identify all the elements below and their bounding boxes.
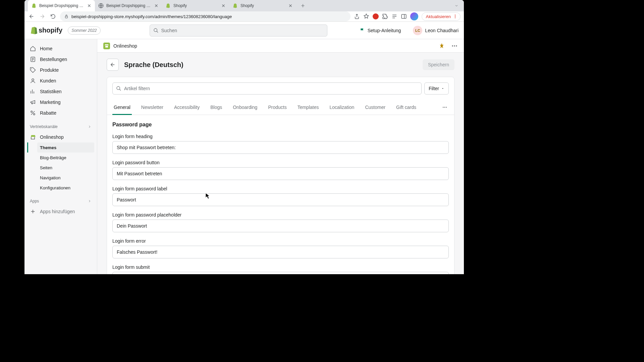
close-icon[interactable] [87,3,92,8]
tab-title: Shopify [240,3,285,8]
close-icon[interactable] [154,3,159,8]
tab-templates[interactable]: Templates [296,100,320,115]
subnav-blog[interactable]: Blog-Beiträge [37,153,94,163]
nav-discounts[interactable]: Rabatte [27,108,94,118]
browser-forward-button[interactable] [39,13,46,20]
shopify-favicon-icon [232,3,238,8]
nav-add-apps[interactable]: Apps hinzufügen [27,206,94,217]
url-bar[interactable]: beispiel-dropshipping-store.myshopify.co… [60,11,351,21]
tab-customer[interactable]: Customer [364,100,387,115]
subnav-preferences[interactable]: Konfigurationen [37,183,94,193]
setup-guide-link[interactable]: Setup-Anleitung [360,28,401,33]
tab-blogs[interactable]: Blogs [209,100,223,115]
browser-tab[interactable]: Beispiel Dropshipping Store · S [28,0,95,11]
tab-accessibility[interactable]: Accessibility [173,100,201,115]
browser-back-button[interactable] [28,13,35,20]
channels-section-header: Vertriebskanäle [27,122,94,132]
tab-gift-cards[interactable]: Gift cards [395,100,418,115]
extensions-puzzle-icon[interactable] [382,13,388,19]
svg-point-19 [446,107,447,108]
nav-products[interactable]: Produkte [27,65,94,75]
reading-list-icon[interactable] [391,13,397,19]
svg-point-4 [455,16,455,17]
bookmark-star-icon[interactable] [363,13,369,19]
svg-point-3 [455,15,455,15]
svg-point-5 [455,17,455,18]
shopify-logo[interactable]: shopify [30,26,62,35]
store-icon [103,43,110,49]
chevron-right-icon[interactable] [88,125,92,129]
tab-newsletter[interactable]: Newsletter [140,100,165,115]
url-text: beispiel-dropshipping-store.myshopify.co… [71,14,232,19]
tabs-more-button[interactable] [441,103,449,111]
login-form-error-input[interactable] [112,246,449,258]
share-icon[interactable] [354,13,360,19]
svg-point-17 [443,107,444,108]
pin-icon[interactable] [438,43,445,49]
app-header: shopify Sommer 2022 Suchen Setup-Anleitu… [24,22,464,39]
login-password-placeholder-input[interactable] [112,220,449,232]
more-horizontal-icon[interactable] [451,43,458,49]
filter-input[interactable]: Artikel filtern [112,82,422,95]
tab-onboarding[interactable]: Onboarding [231,100,259,115]
page-title: Sprache (Deutsch) [124,61,183,69]
browser-update-button[interactable]: Aktualisieren [422,12,461,21]
subnav-pages[interactable]: Seiten [37,163,94,173]
close-icon[interactable] [288,3,293,8]
nav-orders[interactable]: Bestellungen [27,54,94,65]
tab-list-dropdown[interactable] [452,2,461,10]
filter-button[interactable]: Filter [424,82,449,95]
nav-analytics[interactable]: Statistiken [27,86,94,97]
close-icon[interactable] [221,3,226,8]
browser-tab[interactable]: Shopify [229,0,296,11]
chevron-right-icon[interactable] [88,199,92,203]
nav-home[interactable]: Home [27,43,94,54]
context-name: Onlineshop [113,43,137,49]
sidebar: Home Bestellungen Produkte Kunden Statis… [24,39,97,274]
globe-favicon-icon [98,3,104,8]
page-header: Sprache (Deutsch) Speichern [97,53,464,77]
browser-toolbar: beispiel-dropshipping-store.myshopify.co… [24,11,464,22]
login-password-label-input[interactable] [112,193,449,206]
save-button[interactable]: Speichern [423,59,454,70]
caret-down-icon [441,87,444,90]
nav-customers[interactable]: Kunden [27,75,94,86]
svg-point-14 [454,45,455,46]
user-menu[interactable]: LC Leon Chaudhari [413,26,459,35]
shopify-favicon-icon [31,3,37,8]
brand-text: shopify [39,26,62,34]
new-tab-button[interactable] [298,1,308,10]
browser-tab[interactable]: Beispiel Dropshipping Store [95,0,162,11]
profile-avatar[interactable] [410,12,418,20]
nav-marketing[interactable]: Marketing [27,97,94,108]
subnav-navigation[interactable]: Navigation [37,173,94,183]
side-panel-icon[interactable] [401,13,407,19]
plus-icon [30,208,36,215]
field-label: Login form password label [112,186,449,191]
nav-onlineshop[interactable]: Onlineshop [27,132,94,142]
extension-icon[interactable] [373,13,379,19]
tab-title: Shopify [173,3,218,8]
subnav-themes[interactable]: Themes [37,142,94,153]
user-avatar: LC [413,26,422,35]
tab-products[interactable]: Products [267,100,288,115]
chevron-down-icon [454,4,459,8]
context-bar: Onlineshop [97,39,464,53]
back-button[interactable] [107,59,119,71]
global-search-input[interactable]: Suchen [150,24,327,37]
browser-reload-button[interactable] [49,13,57,20]
svg-point-15 [456,45,457,46]
main-content: Onlineshop Sprache (Deutsch) Speichern [97,39,464,274]
tab-title: Beispiel Dropshipping Store · S [39,3,84,8]
login-form-heading-input[interactable] [112,141,449,154]
more-vertical-icon [453,14,458,19]
browser-tab[interactable]: Shopify [162,0,229,11]
svg-point-13 [452,45,453,46]
login-password-button-input[interactable] [112,167,449,180]
tab-localization[interactable]: Localization [328,100,356,115]
arrow-right-icon [39,13,45,19]
tab-general[interactable]: General [112,100,132,115]
analytics-icon [30,88,36,95]
edition-badge[interactable]: Sommer 2022 [68,26,100,35]
login-form-submit-input[interactable] [112,272,449,274]
